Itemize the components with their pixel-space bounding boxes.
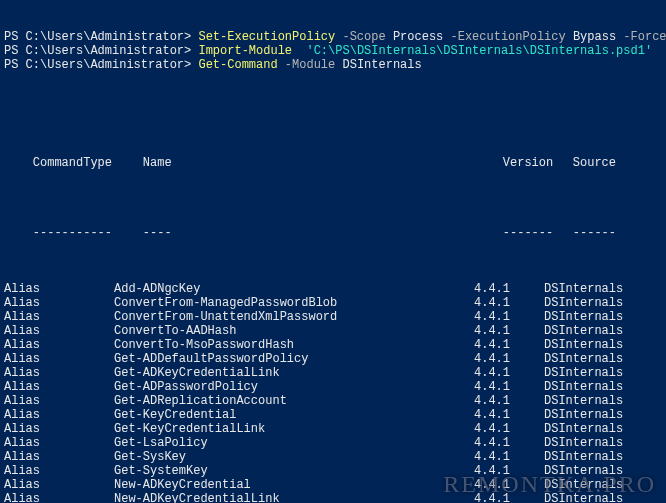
- table-row: AliasGet-ADPasswordPolicy4.4.1DSInternal…: [4, 380, 662, 394]
- table-header: CommandTypeNameVersionSource: [4, 142, 662, 184]
- cell-source: DSInternals: [544, 436, 623, 450]
- table-row: AliasGet-LsaPolicy4.4.1DSInternals: [4, 436, 662, 450]
- blank-line: [4, 100, 662, 114]
- cell-source: DSInternals: [544, 352, 623, 366]
- cmd-token: Process: [386, 30, 451, 44]
- table-row: AliasGet-ADDefaultPasswordPolicy4.4.1DSI…: [4, 352, 662, 366]
- underline: ----: [143, 226, 503, 240]
- cell-name: Get-ADReplicationAccount: [114, 394, 474, 408]
- underline: ------: [573, 226, 616, 240]
- cell-name: ConvertFrom-ManagedPasswordBlob: [114, 296, 474, 310]
- cmd-token: -Force: [623, 30, 666, 44]
- cmd-token: 'C:\PS\DSInternals\DSInternals\DSInterna…: [306, 44, 652, 58]
- cell-version: 4.4.1: [474, 422, 544, 436]
- cell-commandtype: Alias: [4, 296, 114, 310]
- prompt-lines: PS C:\Users\Administrator> Set-Execution…: [4, 30, 662, 72]
- cell-commandtype: Alias: [4, 492, 114, 503]
- header-name: Name: [143, 156, 503, 170]
- cell-name: Get-ADPasswordPolicy: [114, 380, 474, 394]
- cell-source: DSInternals: [544, 380, 623, 394]
- cell-source: DSInternals: [544, 338, 623, 352]
- prompt-line: PS C:\Users\Administrator> Set-Execution…: [4, 30, 662, 44]
- cell-source: DSInternals: [544, 492, 623, 503]
- cell-name: Get-KeyCredential: [114, 408, 474, 422]
- cell-version: 4.4.1: [474, 464, 544, 478]
- cell-version: 4.4.1: [474, 478, 544, 492]
- cell-name: New-ADKeyCredential: [114, 478, 474, 492]
- cell-name: New-ADKeyCredentialLink: [114, 492, 474, 503]
- cell-commandtype: Alias: [4, 380, 114, 394]
- cell-version: 4.4.1: [474, 282, 544, 296]
- powershell-console[interactable]: PS C:\Users\Administrator> Set-Execution…: [0, 0, 666, 503]
- table-body: AliasAdd-ADNgcKey4.4.1DSInternalsAliasCo…: [4, 282, 662, 503]
- cell-commandtype: Alias: [4, 464, 114, 478]
- cell-source: DSInternals: [544, 296, 623, 310]
- cell-source: DSInternals: [544, 422, 623, 436]
- ps-prompt: PS C:\Users\Administrator>: [4, 44, 198, 58]
- cell-name: Get-SystemKey: [114, 464, 474, 478]
- prompt-line: PS C:\Users\Administrator> Import-Module…: [4, 44, 662, 58]
- cell-source: DSInternals: [544, 394, 623, 408]
- cmd-token: Import-Module: [198, 44, 292, 58]
- cell-version: 4.4.1: [474, 408, 544, 422]
- header-commandtype: CommandType: [33, 156, 143, 170]
- table-row: AliasConvertFrom-UnattendXmlPassword4.4.…: [4, 310, 662, 324]
- header-version: Version: [503, 156, 573, 170]
- underline: -----------: [33, 226, 143, 240]
- table-underline: ----------------------------: [4, 212, 662, 254]
- cell-name: Add-ADNgcKey: [114, 282, 474, 296]
- cmd-token: DSInternals: [335, 58, 421, 72]
- cmd-token: -ExecutionPolicy: [451, 30, 566, 44]
- cell-commandtype: Alias: [4, 310, 114, 324]
- cell-commandtype: Alias: [4, 394, 114, 408]
- table-row: AliasGet-KeyCredentialLink4.4.1DSInterna…: [4, 422, 662, 436]
- table-row: AliasGet-ADReplicationAccount4.4.1DSInte…: [4, 394, 662, 408]
- cell-source: DSInternals: [544, 282, 623, 296]
- cell-name: ConvertTo-MsoPasswordHash: [114, 338, 474, 352]
- table-row: AliasConvertTo-AADHash4.4.1DSInternals: [4, 324, 662, 338]
- prompt-line: PS C:\Users\Administrator> Get-Command -…: [4, 58, 662, 72]
- ps-prompt: PS C:\Users\Administrator>: [4, 58, 198, 72]
- cell-source: DSInternals: [544, 310, 623, 324]
- cell-source: DSInternals: [544, 408, 623, 422]
- cell-commandtype: Alias: [4, 450, 114, 464]
- cell-source: DSInternals: [544, 324, 623, 338]
- table-row: AliasGet-SysKey4.4.1DSInternals: [4, 450, 662, 464]
- cell-name: Get-KeyCredentialLink: [114, 422, 474, 436]
- cell-name: ConvertFrom-UnattendXmlPassword: [114, 310, 474, 324]
- cmd-token: -Module: [285, 58, 335, 72]
- cell-commandtype: Alias: [4, 478, 114, 492]
- table-row: AliasConvertFrom-ManagedPasswordBlob4.4.…: [4, 296, 662, 310]
- cell-source: DSInternals: [544, 366, 623, 380]
- cmd-token: Bypass: [566, 30, 624, 44]
- cell-commandtype: Alias: [4, 436, 114, 450]
- table-row: AliasGet-ADKeyCredentialLink4.4.1DSInter…: [4, 366, 662, 380]
- table-row: AliasNew-ADKeyCredential4.4.1DSInternals: [4, 478, 662, 492]
- table-row: AliasNew-ADKeyCredentialLink4.4.1DSInter…: [4, 492, 662, 503]
- table-row: AliasGet-SystemKey4.4.1DSInternals: [4, 464, 662, 478]
- cell-commandtype: Alias: [4, 408, 114, 422]
- cell-name: Get-ADDefaultPasswordPolicy: [114, 352, 474, 366]
- table-row: AliasAdd-ADNgcKey4.4.1DSInternals: [4, 282, 662, 296]
- cmd-token: [292, 44, 306, 58]
- cell-version: 4.4.1: [474, 366, 544, 380]
- cmd-token: Set-ExecutionPolicy: [198, 30, 335, 44]
- cell-source: DSInternals: [544, 450, 623, 464]
- cmd-token: -Scope: [342, 30, 385, 44]
- cmd-token: [278, 58, 285, 72]
- cell-version: 4.4.1: [474, 324, 544, 338]
- cell-name: Get-SysKey: [114, 450, 474, 464]
- cell-version: 4.4.1: [474, 310, 544, 324]
- cell-source: DSInternals: [544, 478, 623, 492]
- cell-commandtype: Alias: [4, 366, 114, 380]
- cell-version: 4.4.1: [474, 380, 544, 394]
- cmd-token: Get-Command: [198, 58, 277, 72]
- cell-version: 4.4.1: [474, 352, 544, 366]
- cell-version: 4.4.1: [474, 492, 544, 503]
- cell-version: 4.4.1: [474, 394, 544, 408]
- cell-version: 4.4.1: [474, 436, 544, 450]
- cell-version: 4.4.1: [474, 296, 544, 310]
- cell-version: 4.4.1: [474, 450, 544, 464]
- table-row: AliasGet-KeyCredential4.4.1DSInternals: [4, 408, 662, 422]
- ps-prompt: PS C:\Users\Administrator>: [4, 30, 198, 44]
